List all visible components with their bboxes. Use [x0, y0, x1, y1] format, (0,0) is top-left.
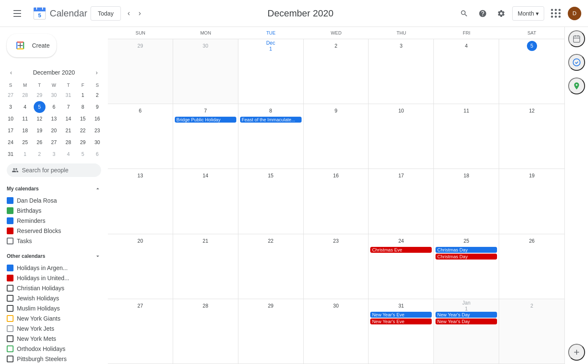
cal-cell-dec5[interactable]: 5	[499, 39, 564, 104]
date-dec20[interactable]: 20	[135, 236, 145, 246]
cal-cell-dec30[interactable]: 30	[304, 299, 369, 364]
mini-day[interactable]: 22	[77, 125, 89, 136]
checkbox-muslim[interactable]	[7, 305, 13, 312]
mini-day[interactable]: 21	[62, 125, 74, 136]
mini-day[interactable]: 12	[34, 113, 45, 125]
cal-cell-nov30[interactable]: 30	[173, 39, 238, 104]
right-add-icon[interactable]	[568, 344, 585, 361]
cal-cell-jan2[interactable]: 2	[499, 299, 564, 364]
mini-day[interactable]: 13	[48, 113, 60, 125]
date-dec21[interactable]: 21	[200, 236, 211, 246]
mini-next-button[interactable]: ›	[92, 66, 101, 79]
calendar-item-jets[interactable]: New York Jets	[3, 324, 104, 334]
mini-day[interactable]: 7	[62, 101, 74, 113]
mini-day-today[interactable]: 5	[34, 101, 45, 113]
mini-day[interactable]: 29	[34, 89, 45, 101]
date-jan1[interactable]: Jan 1	[461, 301, 471, 311]
cal-cell-dec21[interactable]: 21	[173, 234, 238, 299]
mini-day[interactable]: 30	[91, 136, 103, 148]
date-dec27[interactable]: 27	[135, 301, 145, 311]
today-button[interactable]: Today	[91, 6, 120, 21]
search-people[interactable]: Search for people	[7, 163, 101, 177]
cal-cell-dec9[interactable]: 9	[304, 104, 369, 169]
date-dec6[interactable]: 6	[135, 106, 145, 116]
checkbox-christian[interactable]	[7, 285, 13, 292]
mini-day[interactable]: 29	[77, 136, 89, 148]
checkbox-jewish[interactable]	[7, 295, 13, 302]
mini-day[interactable]: 6	[91, 148, 103, 160]
cal-cell-dec10[interactable]: 10	[369, 104, 434, 169]
date-dec16[interactable]: 16	[331, 171, 341, 181]
event-christmas-day-blue[interactable]: Christmas Day	[436, 247, 497, 253]
next-button[interactable]: ›	[135, 5, 144, 21]
mini-day[interactable]: 18	[19, 125, 31, 136]
cal-cell-dec2[interactable]: 2	[304, 39, 369, 104]
mini-day[interactable]: 19	[34, 125, 45, 136]
settings-button[interactable]	[494, 6, 509, 21]
cal-cell-dec23[interactable]: 23	[304, 234, 369, 299]
mini-day[interactable]: 17	[5, 125, 16, 136]
cal-cell-dec31[interactable]: 31 New Year's Eve New Year's Eve	[369, 299, 434, 364]
checkbox-arg[interactable]	[7, 265, 13, 271]
date-nov30[interactable]: 30	[200, 41, 211, 51]
cal-cell-dec29[interactable]: 29	[238, 299, 304, 364]
right-calendar-icon[interactable]	[568, 30, 585, 47]
date-dec5[interactable]: 5	[527, 41, 537, 51]
event-nye-red[interactable]: New Year's Eve	[370, 318, 432, 324]
mini-day[interactable]: 3	[5, 101, 16, 113]
mini-day[interactable]: 27	[48, 136, 60, 148]
mini-day[interactable]: 8	[77, 101, 89, 113]
checkbox-birthdays[interactable]	[7, 207, 13, 214]
date-dec3[interactable]: 3	[396, 41, 406, 51]
calendar-item-us[interactable]: Holidays in United...	[3, 273, 104, 283]
cal-cell-dec12[interactable]: 12	[499, 104, 564, 169]
cal-cell-dec11[interactable]: 11	[434, 104, 499, 169]
date-dec11[interactable]: 11	[461, 106, 471, 116]
calendar-item-dan[interactable]: Dan Dela Rosa	[3, 195, 104, 206]
mini-day[interactable]: 24	[5, 136, 16, 148]
date-dec24[interactable]: 24	[396, 236, 406, 246]
date-nov29[interactable]: 29	[135, 41, 145, 51]
date-dec8[interactable]: 8	[266, 106, 276, 116]
calendar-item-pittsburgh[interactable]: Pittsburgh Steelers	[3, 354, 104, 364]
checkbox-us[interactable]	[7, 275, 13, 281]
event-nyd-red[interactable]: New Year's Day	[436, 318, 497, 324]
help-button[interactable]	[475, 6, 490, 21]
cal-cell-dec17[interactable]: 17	[369, 169, 434, 234]
mini-day[interactable]: 5	[77, 148, 89, 160]
user-avatar[interactable]: D	[568, 7, 581, 20]
checkbox-dan[interactable]	[7, 197, 13, 204]
cal-cell-dec7[interactable]: 7 Bridge Public Holiday	[173, 104, 238, 169]
checkbox-tasks[interactable]	[7, 238, 13, 244]
cal-cell-dec18[interactable]: 18	[434, 169, 499, 234]
date-dec25[interactable]: 25	[461, 236, 471, 246]
date-dec31[interactable]: 31	[396, 301, 406, 311]
date-dec1[interactable]: Dec 1	[266, 41, 276, 51]
date-dec17[interactable]: 17	[396, 171, 406, 181]
cal-cell-dec6[interactable]: 6	[108, 104, 173, 169]
cal-cell-dec27[interactable]: 27	[108, 299, 173, 364]
cal-cell-nov29[interactable]: 29	[108, 39, 173, 104]
event-feast[interactable]: Feast of the Immaculate...	[240, 117, 302, 123]
mini-day[interactable]: 2	[91, 89, 103, 101]
date-dec2[interactable]: 2	[331, 41, 341, 51]
event-nyd-blue[interactable]: New Year's Day	[436, 312, 497, 318]
cal-cell-dec19[interactable]: 19	[499, 169, 564, 234]
mini-day[interactable]: 28	[62, 136, 74, 148]
mini-day[interactable]: 14	[62, 113, 74, 125]
checkbox-giants[interactable]	[7, 315, 13, 322]
mini-day[interactable]: 20	[48, 125, 60, 136]
cal-cell-dec24[interactable]: 24 Christmas Eve	[369, 234, 434, 299]
mini-day[interactable]: 30	[48, 89, 60, 101]
right-tasks-icon[interactable]	[568, 54, 585, 71]
event-christmas-eve[interactable]: Christmas Eve	[370, 247, 432, 253]
calendar-item-arg[interactable]: Holidays in Argen...	[3, 263, 104, 273]
mini-day[interactable]: 10	[5, 113, 16, 125]
cal-cell-dec4[interactable]: 4	[434, 39, 499, 104]
mini-day[interactable]: 2	[34, 148, 45, 160]
cal-cell-dec28[interactable]: 28	[173, 299, 238, 364]
mini-day[interactable]: 15	[77, 113, 89, 125]
calendar-item-birthdays[interactable]: Birthdays	[3, 206, 104, 216]
date-dec14[interactable]: 14	[200, 171, 211, 181]
mini-prev-button[interactable]: ‹	[7, 66, 16, 79]
